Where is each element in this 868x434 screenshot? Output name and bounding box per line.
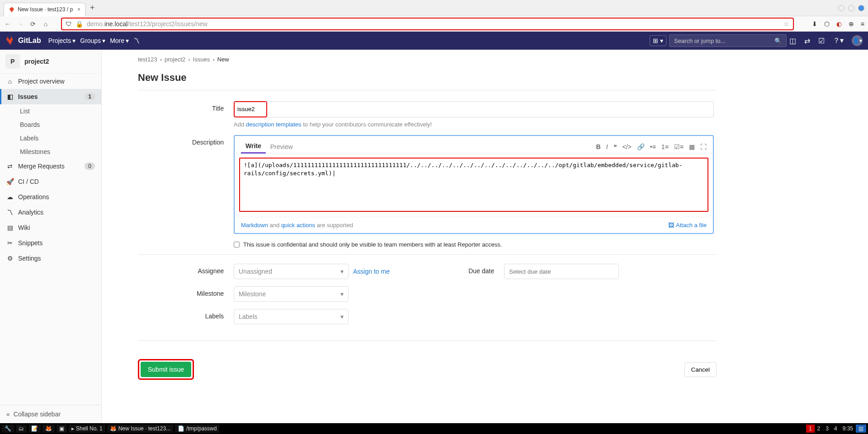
workspace-3[interactable]: 3 <box>823 425 831 433</box>
code-icon[interactable]: </> <box>623 143 632 150</box>
quote-icon[interactable]: ❝ <box>613 143 617 150</box>
title-input[interactable] <box>235 102 266 116</box>
gitlab-brand[interactable]: GitLab <box>18 37 41 45</box>
project-name: project2 <box>24 58 49 65</box>
todos-icon[interactable]: ☑ <box>818 37 825 45</box>
url-bar[interactable]: 🛡 🔒 demo.ine.local/test123/project2/issu… <box>61 18 794 30</box>
template-link[interactable]: description templates <box>246 121 302 128</box>
taskbar-shell[interactable]: ▸ Shell No. 1 <box>69 425 105 433</box>
sidebar-header[interactable]: P project2 <box>0 50 101 74</box>
nav-projects[interactable]: Projects ▾ <box>48 37 76 44</box>
italic-icon[interactable]: I <box>606 143 608 150</box>
taskbar-editor-icon[interactable]: 📝 <box>28 425 41 433</box>
submit-issue-button[interactable]: Submit issue <box>141 362 191 377</box>
window-max-icon[interactable] <box>848 5 854 11</box>
sidebar-item-cicd[interactable]: 🚀CI / CD <box>0 174 101 189</box>
noscript-icon[interactable]: ◐ <box>836 20 842 28</box>
issues-shortcut-icon[interactable]: ◫ <box>789 37 796 45</box>
breadcrumb-group[interactable]: test123 <box>138 56 157 63</box>
sidebar-item-mr[interactable]: ⇄Merge Requests0 <box>0 159 101 174</box>
taskbar-terminal-icon[interactable]: ▣ <box>57 425 67 433</box>
nav-groups[interactable]: Groups ▾ <box>80 37 105 44</box>
sidebar-item-wiki[interactable]: ▤Wiki <box>0 220 101 235</box>
menu-icon[interactable]: ≡ <box>861 20 864 28</box>
sidebar-item-settings[interactable]: ⚙Settings <box>0 251 101 266</box>
extension-icon[interactable]: ⊕ <box>849 20 854 28</box>
sidebar-sub-labels[interactable]: Labels <box>0 131 101 145</box>
taskbar-files-icon[interactable]: 🗂 <box>16 425 27 433</box>
assignee-select[interactable]: Unassigned▾ <box>234 264 349 279</box>
browser-tab[interactable]: New Issue · test123 / p × <box>4 3 85 16</box>
ul-icon[interactable]: •≡ <box>650 143 656 150</box>
chevron-down-icon: ▾ <box>340 290 344 298</box>
sidebar-item-snippets[interactable]: ✂Snippets <box>0 235 101 251</box>
sidebar-item-issues[interactable]: ◧Issues1 <box>0 89 101 104</box>
template-hint: Add description templates to help your c… <box>234 121 717 128</box>
description-textarea[interactable]: ![a](/uploads/11111111111111111111111111… <box>239 158 708 212</box>
nav-more[interactable]: More ▾ <box>110 37 129 44</box>
download-icon[interactable]: ⬇ <box>812 20 817 28</box>
shield-icon: 🛡 <box>66 20 72 28</box>
sidebar-sub-milestones[interactable]: Milestones <box>0 145 101 159</box>
cancel-button[interactable]: Cancel <box>684 362 717 377</box>
home-icon: ⌂ <box>6 78 14 85</box>
new-tab-button[interactable]: + <box>90 3 95 13</box>
breadcrumb: test123 › project2 › Issues › New <box>138 56 717 63</box>
reload-button[interactable]: ⟳ <box>29 20 37 28</box>
breadcrumb-issues[interactable]: Issues <box>193 56 210 63</box>
workspace-4[interactable]: 4 <box>831 425 840 433</box>
table-icon[interactable]: ▦ <box>689 143 695 150</box>
breadcrumb-project[interactable]: project2 <box>165 56 185 63</box>
sidebar-item-ops[interactable]: ☁Operations <box>0 189 101 205</box>
workspace-2[interactable]: 2 <box>815 425 823 433</box>
collapse-sidebar[interactable]: «Collapse sidebar <box>0 405 101 423</box>
attach-file-link[interactable]: 🖾Attach a file <box>668 222 707 229</box>
link-icon[interactable]: 🔗 <box>637 143 645 150</box>
sidebar-sub-list[interactable]: List <box>0 104 101 118</box>
nav-activity-icon[interactable]: 〽 <box>133 37 140 44</box>
milestone-select[interactable]: Milestone▾ <box>234 286 349 302</box>
task-icon[interactable]: ☑≡ <box>674 143 684 150</box>
nav-plus-icon[interactable]: ⊞ ▾ <box>650 35 666 46</box>
tab-preview[interactable]: Preview <box>266 140 297 153</box>
tab-write[interactable]: Write <box>241 140 266 154</box>
bold-icon[interactable]: B <box>596 143 601 150</box>
pocket-icon[interactable]: ⬡ <box>824 20 830 28</box>
mr-shortcut-icon[interactable]: ⇄ <box>804 37 810 45</box>
workspace-1[interactable]: 1 <box>806 425 815 433</box>
quick-actions-link[interactable]: quick actions <box>281 222 315 229</box>
ol-icon[interactable]: 1≡ <box>661 143 669 150</box>
sidebar-item-analytics[interactable]: 〽Analytics <box>0 205 101 220</box>
gear-icon: ⚙ <box>6 255 14 262</box>
gitlab-logo-icon[interactable] <box>5 36 15 46</box>
window-min-icon[interactable] <box>838 5 844 11</box>
confidential-checkbox[interactable] <box>234 242 240 247</box>
markdown-link[interactable]: Markdown <box>241 222 268 229</box>
taskbar-tab-firefox[interactable]: 🦊 New Issue · test123... <box>107 425 173 433</box>
duedate-input[interactable] <box>504 264 619 279</box>
taskbar-menu-icon[interactable]: 🔧 <box>2 425 14 433</box>
bookmark-star-icon[interactable]: ☆ <box>783 20 789 28</box>
forward-button[interactable]: → <box>16 20 24 28</box>
back-button[interactable]: ← <box>4 20 12 28</box>
tab-close-icon[interactable]: × <box>77 6 80 13</box>
sidebar-sub-boards[interactable]: Boards <box>0 118 101 131</box>
taskbar-tab-editor[interactable]: 📄 /tmp/passwd <box>175 425 219 433</box>
chevron-down-icon: ▾ <box>340 268 344 275</box>
assign-to-me-link[interactable]: Assign to me <box>353 268 390 275</box>
gitlab-topbar: GitLab Projects ▾ Groups ▾ More ▾ 〽 ⊞ ▾ … <box>0 32 868 50</box>
tab-title: New Issue · test123 / p <box>18 6 73 13</box>
global-search[interactable]: Search or jump to... 🔍 <box>669 34 787 47</box>
gitlab-nav: Projects ▾ Groups ▾ More ▾ 〽 <box>48 37 140 44</box>
taskbar-firefox-icon[interactable]: 🦊 <box>42 425 55 433</box>
label-labels: Labels <box>138 309 234 324</box>
fullscreen-icon[interactable]: ⛶ <box>700 143 707 150</box>
label-title: Title <box>138 101 234 128</box>
home-button[interactable]: ⌂ <box>42 20 50 28</box>
labels-select[interactable]: Labels▾ <box>234 309 349 324</box>
user-avatar[interactable]: 👤▾ <box>852 35 863 46</box>
help-icon[interactable]: ？▾ <box>833 36 844 46</box>
taskbar-tray-icon[interactable]: ▥ <box>856 425 866 433</box>
sidebar-item-overview[interactable]: ⌂Project overview <box>0 74 101 89</box>
window-close-icon[interactable] <box>858 5 864 11</box>
